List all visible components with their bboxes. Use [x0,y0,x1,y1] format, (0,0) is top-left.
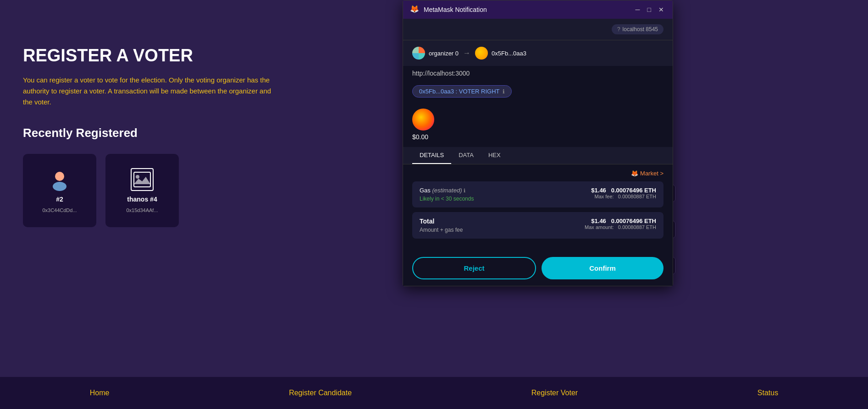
from-avatar [412,47,425,60]
to-account-address: 0x5Fb...0aa3 [492,50,526,57]
image-placeholder-icon [131,168,154,191]
gas-likely-text: Likely in < 30 seconds [420,196,474,202]
gas-eth-value: 0.00076496 ETH [611,187,656,194]
nav-register-candidate[interactable]: Register Candidate [289,389,352,397]
gas-section: Gas (estimated) ℹ Likely in < 30 seconds… [412,181,663,207]
nav-register-voter[interactable]: Register Voter [531,389,578,397]
modal-coin-area: $0.00 [403,102,673,147]
voter-card-address-2: 0x15d34AAf... [126,207,158,213]
gas-estimated-label: (estimated) [432,187,462,194]
contract-info-icon: ℹ [503,88,505,95]
to-account: 0x5Fb...0aa3 [475,47,526,60]
tab-hex[interactable]: HEX [481,147,508,164]
metamask-fox-icon: 🦊 [410,5,420,15]
coin-icon [412,109,434,131]
total-eth-value: 0.00076496 ETH [611,218,656,224]
modal-window-controls: ─ □ ✕ [634,6,666,13]
network-name: localhost 8545 [623,26,658,33]
voter-avatar-2 [131,168,154,191]
tab-data[interactable]: DATA [451,147,481,164]
modal-details-content: 🦊 Market > Gas (estimated) ℹ Likely in <… [403,164,673,251]
to-avatar [475,47,488,60]
nav-home[interactable]: Home [90,389,110,397]
modal-actions: Reject Confirm [403,251,673,286]
coin-value: $0.00 [412,133,428,141]
modal-tabs: DETAILS DATA HEX [403,147,673,164]
voter-card-id-2: thanos #4 [127,196,157,203]
total-label: Total [420,218,463,225]
from-account: organizer 0 [412,47,459,60]
transfer-arrow-icon: → [463,49,470,57]
metamask-modal: 🦊 MetaMask Notification ─ □ ✕ ? localhos… [403,0,673,286]
voter-avatar-1 [48,168,71,191]
confirm-button[interactable]: Confirm [542,257,663,279]
total-maxamt-value: 0.00080887 ETH [618,224,656,230]
contract-badge: 0x5Fb...0aa3 : VOTER RIGHT ℹ [412,85,512,98]
modal-url: http://localhost:3000 [403,66,673,81]
modal-close-button[interactable]: ✕ [657,6,666,13]
gas-usd-eth: $1.46 0.00076496 ETH [591,187,656,194]
total-maxamt: Max amount: 0.00080887 ETH [585,224,656,230]
total-row: Total Amount + gas fee $1.46 0.00076496 … [420,218,656,233]
nav-status[interactable]: Status [757,389,778,397]
modal-header: ? localhost 8545 [403,19,673,40]
total-maxamt-label: Max amount: [585,224,614,230]
page-description: You can register a voter to vote for the… [23,75,280,108]
contract-label: 0x5Fb...0aa3 : VOTER RIGHT [419,88,500,95]
gas-maxfee-value: 0.00080887 ETH [618,194,656,199]
voter-card-address-1: 0x3C44CdDd... [42,207,77,213]
svg-rect-6 [134,172,150,187]
total-left: Total Amount + gas fee [420,218,463,233]
svg-point-4 [55,172,64,181]
modal-minimize-button[interactable]: ─ [634,6,642,13]
modal-maximize-button[interactable]: □ [646,6,653,13]
gas-maxfee: Max fee: 0.00080887 ETH [591,194,656,199]
reject-button[interactable]: Reject [412,257,536,279]
voter-card-2: thanos #4 0x15d34AAf... [105,154,179,227]
gas-usd: $1.46 [591,187,606,194]
gas-info-icon: ℹ [464,188,465,193]
modal-title: MetaMask Notification [424,6,634,13]
tab-details[interactable]: DETAILS [412,147,451,164]
network-badge: ? localhost 8545 [612,24,663,34]
from-account-name: organizer 0 [429,50,459,57]
gas-label: Gas (estimated) ℹ [420,187,474,194]
svg-point-5 [53,182,66,191]
market-link[interactable]: 🦊 Market > [412,170,663,177]
total-section: Total Amount + gas fee $1.46 0.00076496 … [412,212,663,239]
voter-card-id-1: #2 [56,196,63,203]
gas-row: Gas (estimated) ℹ Likely in < 30 seconds… [420,187,656,202]
fox-emoji-small: 🦊 [631,170,638,177]
modal-from-to: organizer 0 → 0x5Fb...0aa3 [403,40,673,66]
total-usd: $1.46 [591,218,606,224]
total-sublabel: Amount + gas fee [420,227,463,233]
voter-card-1: #2 0x3C44CdDd... [23,154,96,227]
gas-maxfee-label: Max fee: [594,194,614,199]
bottom-nav: Home Register Candidate Register Voter S… [0,377,868,409]
gas-left: Gas (estimated) ℹ Likely in < 30 seconds [420,187,474,202]
question-icon: ? [617,26,620,33]
svg-point-8 [136,175,139,179]
gas-right: $1.46 0.00076496 ETH Max fee: 0.00080887… [591,187,656,199]
total-right: $1.46 0.00076496 ETH Max amount: 0.00080… [585,218,656,230]
total-usd-eth: $1.46 0.00076496 ETH [585,218,656,224]
modal-contract-area: 0x5Fb...0aa3 : VOTER RIGHT ℹ [403,81,673,102]
market-link-text: Market > [640,170,663,177]
modal-titlebar: 🦊 MetaMask Notification ─ □ ✕ [403,0,673,19]
